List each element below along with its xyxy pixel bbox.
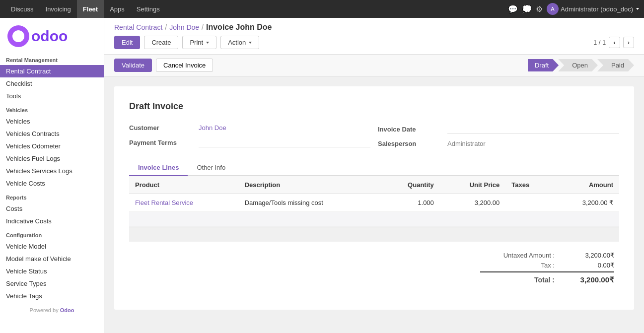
col-product: Product bbox=[129, 176, 239, 194]
sidebar-item-vehicles-fuel-logs[interactable]: Vehicles Fuel Logs bbox=[0, 152, 104, 165]
row-description: Damage/Tools missing cost bbox=[239, 194, 380, 212]
sidebar-item-vehicles[interactable]: Vehicles bbox=[0, 115, 104, 128]
sidebar-item-model-make[interactable]: Model make of Vehicle bbox=[0, 253, 104, 265]
chat-icon[interactable]: 💭 bbox=[522, 4, 532, 14]
section-configuration: Configuration bbox=[0, 227, 104, 240]
tax-row: Tax : 0.00₹ bbox=[480, 262, 614, 269]
breadcrumb-sep-1: / bbox=[165, 23, 167, 31]
sidebar-logo: odoo bbox=[0, 18, 104, 52]
validate-button[interactable]: Validate bbox=[114, 59, 152, 72]
sidebar-item-rental-contract[interactable]: Rental Contract bbox=[0, 65, 104, 77]
user-label: Administrator (odoo_doc) bbox=[561, 5, 633, 13]
sidebar-item-vehicles-odometer[interactable]: Vehicles Odometer bbox=[0, 140, 104, 152]
header-bar: Rental Contract / John Doe / Invoice Joh… bbox=[104, 18, 644, 55]
col-amount: Amount bbox=[552, 176, 619, 194]
sidebar-item-tools[interactable]: Tools bbox=[0, 90, 104, 102]
breadcrumb-current: Invoice John Doe bbox=[206, 23, 272, 32]
invoice-content: Draft Invoice Customer John Doe Payment … bbox=[104, 76, 644, 333]
tab-invoice-lines[interactable]: Invoice Lines bbox=[129, 160, 188, 176]
sidebar-item-vehicles-services-logs[interactable]: Vehicles Services Logs bbox=[0, 165, 104, 177]
invoice-spacer bbox=[129, 227, 619, 242]
row-unit-price: 3,200.00 bbox=[440, 194, 505, 212]
section-rental-management: Rental Management bbox=[0, 52, 104, 65]
breadcrumb-rental-contract[interactable]: Rental Contract bbox=[114, 23, 162, 31]
nav-discuss[interactable]: Discuss bbox=[5, 0, 40, 18]
salesperson-value: Administrator bbox=[447, 140, 486, 147]
customer-field-row: Customer John Doe bbox=[129, 124, 370, 132]
invoice-title: Draft Invoice bbox=[129, 101, 619, 112]
tab-other-info[interactable]: Other Info bbox=[188, 160, 234, 176]
sidebar-item-costs[interactable]: Costs bbox=[0, 202, 104, 215]
invoice-fields: Customer John Doe Payment Terms Invoice … bbox=[129, 124, 619, 147]
col-taxes: Taxes bbox=[505, 176, 552, 194]
invoice-date-label: Invoice Date bbox=[378, 126, 442, 133]
prev-page-button[interactable]: ‹ bbox=[609, 37, 620, 48]
nav-invoicing[interactable]: Invoicing bbox=[40, 0, 77, 18]
invoice-tabs: Invoice Lines Other Info bbox=[129, 160, 619, 176]
sidebar-item-vehicle-model[interactable]: Vehicle Model bbox=[0, 240, 104, 253]
nav-settings[interactable]: Settings bbox=[131, 0, 166, 18]
payment-terms-label: Payment Terms bbox=[129, 139, 194, 146]
toolbar: Edit Create Print Action 1 / 1 ‹ › bbox=[114, 36, 634, 49]
print-caret-icon bbox=[206, 42, 209, 44]
customer-label: Customer bbox=[129, 124, 194, 132]
status-step-open[interactable]: Open bbox=[558, 59, 598, 71]
status-bar: Validate Cancel Invoice Draft Open Paid bbox=[104, 55, 644, 76]
invoice-date-field-row: Invoice Date bbox=[378, 124, 619, 134]
help-icon[interactable]: 💬 bbox=[508, 4, 518, 14]
breadcrumb-sep-2: / bbox=[202, 23, 204, 31]
salesperson-label: Salesperson bbox=[378, 140, 442, 147]
sidebar-item-checklist[interactable]: Checklist bbox=[0, 77, 104, 90]
invoice-totals: Untaxed Amount : 3,200.00₹ Tax : 0.00₹ T… bbox=[129, 252, 619, 284]
logo-text: odoo bbox=[31, 28, 68, 45]
status-step-paid[interactable]: Paid bbox=[597, 59, 634, 71]
sidebar-item-vehicle-costs[interactable]: Vehicle Costs bbox=[0, 177, 104, 190]
top-navigation: Discuss Invoicing Fleet Apps Settings 💬 … bbox=[0, 0, 644, 18]
untaxed-amount-label: Untaxed Amount : bbox=[480, 252, 555, 259]
sidebar-item-service-types[interactable]: Service Types bbox=[0, 277, 104, 290]
logo-circle bbox=[7, 25, 29, 47]
sidebar-item-vehicle-status[interactable]: Vehicle Status bbox=[0, 265, 104, 277]
sidebar-item-vehicles-contracts[interactable]: Vehicles Contracts bbox=[0, 128, 104, 140]
create-button[interactable]: Create bbox=[144, 36, 178, 49]
content-area: Rental Contract / John Doe / Invoice Joh… bbox=[104, 18, 644, 333]
logo-inner-circle bbox=[12, 30, 24, 42]
breadcrumb: Rental Contract / John Doe / Invoice Joh… bbox=[114, 23, 634, 32]
untaxed-amount-row: Untaxed Amount : 3,200.00₹ bbox=[480, 252, 614, 259]
table-empty-row bbox=[129, 212, 619, 227]
col-description: Description bbox=[239, 176, 380, 194]
section-reports: Reports bbox=[0, 190, 104, 202]
user-avatar: A bbox=[547, 3, 559, 15]
total-value: 3,200.00₹ bbox=[565, 275, 614, 284]
col-quantity: Quantity bbox=[380, 176, 440, 194]
sidebar-item-vehicle-tags[interactable]: Vehicle Tags bbox=[0, 290, 104, 302]
settings-icon[interactable]: ⚙ bbox=[536, 4, 543, 14]
status-step-draft[interactable]: Draft bbox=[528, 59, 559, 71]
invoice-card: Draft Invoice Customer John Doe Payment … bbox=[114, 86, 634, 310]
row-quantity: 1.000 bbox=[380, 194, 440, 212]
cancel-invoice-button[interactable]: Cancel Invoice bbox=[156, 59, 213, 72]
next-page-button[interactable]: › bbox=[623, 37, 634, 48]
print-button[interactable]: Print bbox=[182, 36, 216, 49]
sidebar: odoo Rental Management Rental Contract C… bbox=[0, 18, 104, 333]
top-nav-right: 💬 💭 ⚙ A Administrator (odoo_doc) bbox=[508, 3, 639, 15]
payment-terms-value bbox=[199, 137, 370, 147]
user-menu[interactable]: A Administrator (odoo_doc) bbox=[547, 3, 639, 15]
action-button[interactable]: Action bbox=[220, 36, 259, 49]
row-taxes bbox=[505, 194, 552, 212]
action-caret-icon bbox=[249, 42, 252, 44]
col-unit-price: Unit Price bbox=[440, 176, 505, 194]
breadcrumb-john-doe[interactable]: John Doe bbox=[169, 23, 199, 31]
page-counter: 1 / 1 bbox=[593, 39, 606, 46]
edit-button[interactable]: Edit bbox=[114, 36, 140, 49]
table-row: Fleet Rental Service Damage/Tools missin… bbox=[129, 194, 619, 212]
row-product[interactable]: Fleet Rental Service bbox=[129, 194, 239, 212]
nav-fleet[interactable]: Fleet bbox=[77, 0, 104, 18]
invoice-table: Product Description Quantity Unit Price … bbox=[129, 176, 619, 227]
section-vehicles: Vehicles bbox=[0, 102, 104, 115]
sidebar-item-indicative-costs[interactable]: Indicative Costs bbox=[0, 215, 104, 227]
salesperson-field-row: Salesperson Administrator bbox=[378, 140, 619, 147]
nav-apps[interactable]: Apps bbox=[104, 0, 131, 18]
customer-value[interactable]: John Doe bbox=[199, 124, 226, 132]
total-label: Total : bbox=[480, 276, 555, 284]
